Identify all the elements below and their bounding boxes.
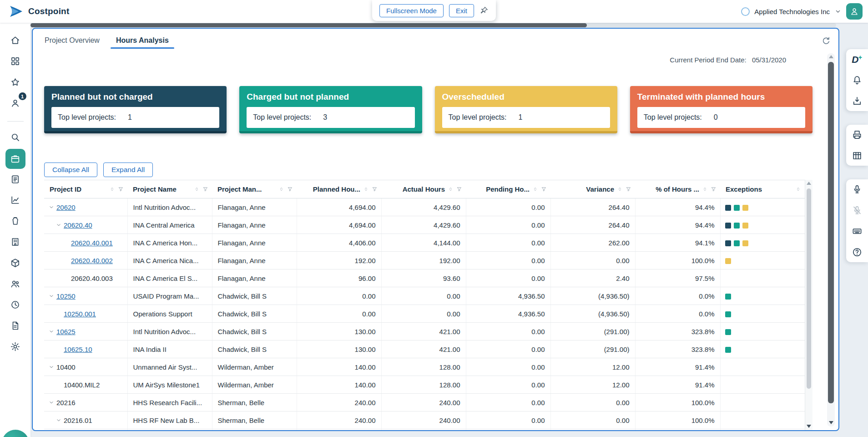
exceptions-cell (720, 358, 805, 376)
table-scrollbar[interactable] (805, 180, 812, 430)
project-id-link[interactable]: 20620.40.002 (71, 257, 113, 264)
keyboard-icon[interactable] (852, 226, 863, 237)
project-id-cell: 20620.40 (44, 216, 127, 234)
sidebar-item-time[interactable] (6, 295, 25, 314)
bell-icon[interactable] (852, 75, 863, 86)
export-icon[interactable] (852, 150, 863, 161)
tab-project-overview[interactable]: Project Overview (37, 33, 107, 49)
page-scrollbar-thumb[interactable] (828, 62, 834, 403)
page-scrollbar[interactable] (827, 53, 835, 427)
sidebar-item-people[interactable] (6, 274, 25, 293)
sort-icon[interactable] (448, 186, 454, 192)
sort-icon[interactable] (532, 186, 538, 192)
projects-icon (10, 154, 20, 164)
row-expand-chevron-icon[interactable] (49, 329, 54, 334)
print-icon[interactable] (852, 129, 863, 140)
sort-icon[interactable] (702, 186, 708, 192)
project-id-text: 10400 (56, 363, 76, 371)
project-row: 10400Unmanned Air Syst...Wilderman, Ambe… (44, 358, 805, 376)
row-expand-chevron-icon[interactable] (49, 400, 54, 405)
exceptions-cell (720, 323, 805, 340)
row-expand-chevron-icon[interactable] (56, 417, 61, 423)
pin-icon[interactable] (479, 6, 489, 15)
project-id-link[interactable]: 10625.10 (64, 346, 92, 353)
filter-icon[interactable] (118, 186, 124, 192)
page-scroll-down-arrow[interactable] (829, 421, 833, 424)
sort-icon[interactable] (278, 186, 284, 192)
page-scroll-up-arrow[interactable] (829, 55, 833, 58)
row-expand-chevron-icon[interactable] (49, 293, 54, 299)
tab-hours-analysis[interactable]: Hours Analysis (109, 33, 176, 49)
expand-all-button[interactable]: Expand All (103, 163, 153, 177)
company-selector[interactable]: Applied Technologies Inc (754, 8, 830, 15)
sort-icon[interactable] (109, 186, 115, 192)
sidebar-item-reports[interactable] (6, 191, 25, 209)
table-body: 20620Intl Nutrition Advoc...Flanagan, An… (44, 198, 805, 431)
card-stat-value: 1 (128, 113, 132, 122)
sort-icon[interactable] (617, 186, 623, 192)
row-expand-chevron-icon[interactable] (56, 222, 61, 228)
filter-icon[interactable] (711, 186, 717, 192)
project-id-link[interactable]: 20620.40.001 (71, 239, 113, 247)
mic-off-icon[interactable] (852, 205, 863, 216)
fullscreen-toolbar: Fullscreen Mode Exit (372, 0, 496, 21)
refresh-icon[interactable] (821, 36, 831, 46)
company-status-icon (741, 7, 750, 16)
dela-icon[interactable]: D+ (852, 54, 863, 65)
search-icon (10, 132, 20, 142)
horizontal-scrollbar-thumb[interactable] (30, 23, 587, 27)
table-scrollbar-thumb[interactable] (807, 188, 811, 389)
sort-icon[interactable] (363, 186, 369, 192)
project-manager-cell: Sherman, Belle (212, 394, 297, 412)
variance-cell: 2.40 (550, 269, 635, 287)
project-id-link[interactable]: 20620 (56, 203, 76, 211)
sort-icon[interactable] (795, 186, 801, 192)
project-name-cell: INA C America Nica... (127, 252, 212, 269)
filter-icon[interactable] (287, 186, 293, 192)
filter-icon[interactable] (626, 186, 631, 192)
actual-hours-cell: 128.00 (381, 358, 466, 376)
sidebar-item-organization[interactable] (6, 233, 25, 251)
sidebar-item-documents[interactable] (6, 316, 25, 335)
sidebar-item-materials[interactable] (6, 254, 25, 272)
row-expand-chevron-icon[interactable] (49, 204, 54, 210)
exit-button[interactable]: Exit (449, 4, 474, 17)
user-avatar[interactable] (846, 3, 863, 20)
sidebar-item-settings[interactable] (6, 337, 25, 356)
pct-hours-cell: 91.4% (635, 358, 720, 376)
project-id-link[interactable]: 10625 (56, 328, 76, 335)
help-icon[interactable] (852, 247, 863, 258)
filter-icon[interactable] (456, 186, 462, 192)
sidebar-item-tasks[interactable] (6, 170, 25, 188)
fullscreen-mode-button[interactable]: Fullscreen Mode (379, 4, 444, 17)
horizontal-scrollbar[interactable] (30, 23, 836, 27)
sidebar-item-apps[interactable] (6, 52, 25, 70)
variance-cell: 12.00 (550, 376, 635, 394)
exceptions-cell (720, 287, 805, 305)
sidebar-item-profile[interactable]: 1 (6, 94, 25, 112)
scroll-up-arrow[interactable] (807, 182, 811, 185)
project-id-cell: 20216.01 (44, 412, 127, 429)
import-icon[interactable] (852, 96, 863, 107)
filter-icon[interactable] (541, 186, 547, 192)
project-id-link[interactable]: 10250 (56, 292, 76, 300)
filter-icon[interactable] (202, 186, 208, 192)
chevron-down-icon[interactable] (834, 8, 842, 15)
exceptions-cell (720, 429, 805, 431)
pending-hours-cell: 0.00 (466, 198, 550, 216)
collapse-all-button[interactable]: Collapse All (44, 163, 97, 177)
sidebar-item-search[interactable] (6, 128, 25, 146)
sidebar-item-accounting[interactable] (6, 212, 25, 230)
filter-icon[interactable] (372, 186, 378, 192)
scroll-down-arrow[interactable] (807, 425, 811, 428)
sidebar-item-projects[interactable] (5, 149, 25, 169)
row-expand-chevron-icon[interactable] (49, 364, 54, 370)
sidebar-item-home[interactable] (6, 31, 25, 49)
project-id-link[interactable]: 20620.40 (64, 221, 92, 229)
sidebar-item-favorites[interactable] (6, 73, 25, 91)
mic-icon[interactable] (852, 184, 863, 195)
project-id-text: 20216 (56, 399, 76, 407)
pending-hours-cell: 0.00 (466, 358, 550, 376)
sort-icon[interactable] (194, 186, 200, 192)
project-id-link[interactable]: 10250.001 (64, 310, 96, 318)
